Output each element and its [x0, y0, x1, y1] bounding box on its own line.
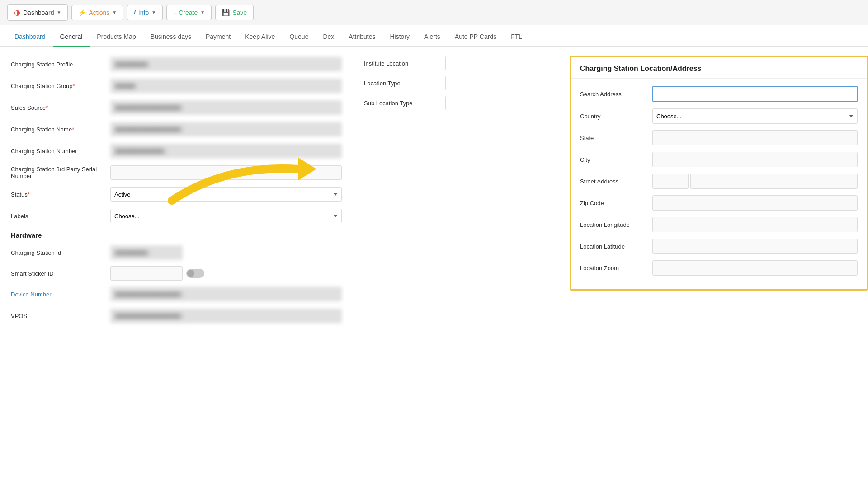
location-longitude-label: Location Longitude	[580, 221, 652, 228]
smart-sticker-row: Smart Sticker ID	[11, 266, 342, 281]
tab-business-days[interactable]: Business days	[143, 28, 198, 47]
city-input[interactable]	[652, 152, 858, 167]
charging-station-profile-row: Charging Station Profile ████████	[11, 56, 342, 72]
charging-station-group-select[interactable]: █████	[110, 79, 342, 93]
location-zoom-input[interactable]	[652, 260, 858, 276]
left-panel: Charging Station Profile ████████ Chargi…	[0, 47, 353, 488]
country-row: Country Choose...	[580, 108, 858, 124]
charging-station-number-row: Charging Station Number	[11, 143, 342, 159]
dashboard-label: Dashboard	[23, 9, 54, 16]
street-address-row: Street Address	[580, 174, 858, 189]
location-zoom-label: Location Zoom	[580, 265, 652, 272]
smart-sticker-label: Smart Sticker ID	[11, 270, 110, 277]
info-label: Info	[138, 9, 149, 16]
zip-code-input[interactable]	[652, 195, 858, 211]
charging-station-3rd-party-row: Charging Station 3rd Party Serial Number	[11, 164, 342, 181]
zip-code-label: Zip Code	[580, 200, 652, 206]
actions-label: Actions	[89, 9, 109, 16]
main-content: Charging Station Profile ████████ Chargi…	[0, 47, 868, 488]
save-label: Save	[232, 9, 247, 16]
charging-station-number-label: Charging Station Number	[11, 148, 110, 155]
create-button[interactable]: + Create ▼	[166, 5, 212, 20]
charging-station-name-input[interactable]	[110, 122, 342, 136]
labels-row: Labels Choose...	[11, 208, 342, 224]
sales-source-label: Sales Source*	[11, 104, 110, 111]
tab-auto-pp-cards[interactable]: Auto PP Cards	[448, 28, 504, 47]
street-address-label: Street Address	[580, 178, 652, 185]
status-row: Status* Active Inactive	[11, 186, 342, 202]
tab-products-map[interactable]: Products Map	[90, 28, 143, 47]
labels-select[interactable]: Choose...	[110, 209, 342, 223]
tab-keep-alive[interactable]: Keep Alive	[238, 28, 282, 47]
street-number-input[interactable]	[652, 174, 689, 189]
charging-station-profile-select[interactable]: ████████	[110, 57, 342, 71]
top-bar: ◑ Dashboard ▼ ⚡ Actions ▼ i Info ▼ + Cre…	[0, 0, 868, 25]
location-latitude-input[interactable]	[652, 239, 858, 254]
charging-station-number-input[interactable]	[110, 144, 342, 158]
charging-station-id-input[interactable]	[110, 245, 183, 260]
tab-payment[interactable]: Payment	[198, 28, 238, 47]
hardware-section-title: Hardware	[11, 231, 342, 239]
charging-station-group-label: Charging Station Group*	[11, 83, 110, 89]
tabs-bar: Dashboard General Products Map Business …	[0, 25, 868, 47]
charging-station-profile-label: Charging Station Profile	[11, 61, 110, 68]
charging-station-3rd-party-label: Charging Station 3rd Party Serial Number	[11, 166, 110, 179]
search-address-row: Search Address	[580, 86, 858, 102]
city-row: City	[580, 152, 858, 167]
charging-station-3rd-party-input[interactable]	[110, 165, 342, 180]
smart-sticker-input[interactable]	[110, 266, 183, 281]
labels-label: Labels	[11, 213, 110, 220]
dashboard-arrow-icon: ▼	[57, 10, 61, 15]
save-icon: 💾	[222, 9, 230, 16]
modal-header: Charging Station Location/Address	[571, 57, 867, 79]
state-label: State	[580, 135, 652, 141]
street-name-input[interactable]	[690, 174, 858, 189]
device-number-input[interactable]	[110, 287, 342, 301]
info-arrow-icon: ▼	[151, 10, 156, 15]
status-select[interactable]: Active Inactive	[110, 187, 342, 202]
location-latitude-row: Location Latitude	[580, 239, 858, 254]
search-address-label: Search Address	[580, 91, 652, 98]
charging-station-name-row: Charging Station Name*	[11, 121, 342, 137]
charging-station-id-label: Charging Station Id	[11, 249, 110, 256]
device-number-row: Device Number	[11, 286, 342, 302]
vpos-label: VPOS	[11, 313, 110, 319]
create-label: + Create	[173, 9, 198, 16]
location-latitude-label: Location Latitude	[580, 243, 652, 250]
zip-code-row: Zip Code	[580, 195, 858, 211]
dashboard-button[interactable]: ◑ Dashboard ▼	[7, 4, 68, 21]
save-button[interactable]: 💾 Save	[215, 5, 254, 20]
country-select[interactable]: Choose...	[652, 108, 858, 124]
lightning-icon: ⚡	[78, 9, 86, 16]
sales-source-row: Sales Source* ████████████████	[11, 99, 342, 116]
tab-general[interactable]: General	[53, 28, 90, 47]
sub-location-type-label: Sub Location Type	[364, 100, 445, 107]
tab-ftl[interactable]: FTL	[504, 28, 529, 47]
vpos-input[interactable]	[110, 309, 342, 323]
device-number-link[interactable]: Device Number	[11, 291, 52, 298]
search-address-input[interactable]	[652, 86, 858, 102]
modal-title: Charging Station Location/Address	[580, 65, 858, 73]
tab-dex[interactable]: Dex	[316, 28, 341, 47]
tab-queue[interactable]: Queue	[282, 28, 316, 47]
location-longitude-input[interactable]	[652, 217, 858, 232]
location-longitude-row: Location Longitude	[580, 217, 858, 232]
tab-dashboard[interactable]: Dashboard	[7, 28, 53, 47]
info-button[interactable]: i Info ▼	[127, 5, 163, 20]
country-label: Country	[580, 113, 652, 120]
actions-button[interactable]: ⚡ Actions ▼	[71, 5, 123, 20]
tab-alerts[interactable]: Alerts	[417, 28, 448, 47]
tab-history[interactable]: History	[382, 28, 417, 47]
modal-body: Search Address Country Choose... State C…	[571, 79, 867, 289]
institute-location-label: Institute Location	[364, 60, 445, 67]
state-input[interactable]	[652, 130, 858, 145]
state-row: State	[580, 130, 858, 145]
pie-icon: ◑	[14, 8, 20, 17]
sales-source-select[interactable]: ████████████████	[110, 100, 342, 115]
create-arrow-icon: ▼	[200, 10, 205, 15]
city-label: City	[580, 156, 652, 163]
tab-attributes[interactable]: Attributes	[341, 28, 382, 47]
smart-sticker-toggle[interactable]	[186, 269, 204, 278]
location-modal: Charging Station Location/Address Search…	[570, 56, 868, 291]
info-icon: i	[134, 9, 136, 16]
